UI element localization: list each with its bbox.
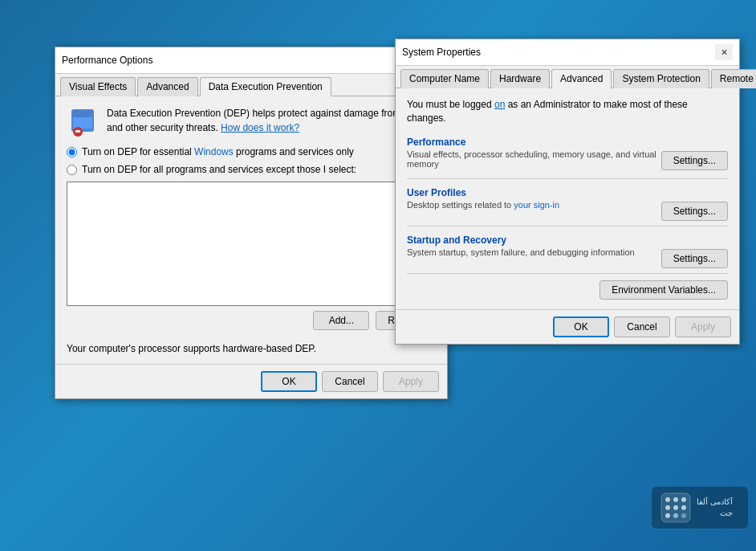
user-profiles-btn-wrapper: Settings... [661,186,728,221]
watermark-text: آکادمی آلفاجت [697,496,733,519]
tab-system-protection[interactable]: System Protection [613,69,709,88]
svg-point-8 [681,497,686,502]
sys-dialog-title: System Properties [402,47,481,58]
startup-recovery-desc: System startup, system failure, and debu… [407,247,635,257]
watermark: آکادمی آلفاجت [652,487,748,543]
sys-ok-button[interactable]: OK [553,316,609,337]
svg-point-12 [665,513,670,518]
dep-radio1-label: Turn on DEP for essential Windows progra… [82,146,354,157]
dep-add-button[interactable]: Add... [313,311,369,330]
env-var-row: Environment Variables... [407,280,728,300]
dep-radio1-group[interactable]: Turn on DEP for essential Windows progra… [67,146,436,157]
startup-recovery-section: Startup and Recovery System startup, sys… [407,233,728,274]
user-profiles-section: User Profiles Desktop settings related t… [407,186,728,227]
logon-link[interactable]: on [494,99,505,110]
svg-point-10 [673,505,678,510]
dep-radio2-label: Turn on DEP for all programs and service… [82,164,356,175]
admin-notice: You must be logged on as an Administrato… [407,98,728,125]
dep-radio1[interactable] [67,147,77,157]
dep-icon [67,106,99,138]
tab-computer-name[interactable]: Computer Name [400,69,489,88]
user-profiles-label: User Profiles [407,187,559,198]
perf-tab-bar: Visual Effects Advanced Data Execution P… [55,74,447,96]
watermark-box: آکادمی آلفاجت [652,487,748,529]
performance-section-text: Performance Visual effects, processor sc… [407,135,661,173]
performance-btn-wrapper: Settings... [661,135,728,170]
dep-description-row: Data Execution Prevention (DEP) helps pr… [67,106,436,138]
user-profiles-desc: Desktop settings related to your sign-in [407,200,559,210]
perf-btn-row: OK Cancel Apply [55,364,447,398]
performance-options-dialog: Performance Options ✕ Visual Effects Adv… [55,47,448,399]
svg-point-9 [665,505,670,510]
startup-recovery-btn-wrapper: Settings... [661,233,728,268]
performance-settings-button[interactable]: Settings... [661,151,728,170]
dep-content: Data Execution Prevention (DEP) helps pr… [55,96,447,364]
svg-point-11 [681,505,686,510]
dep-how-link[interactable]: How does it work? [221,122,299,133]
performance-label: Performance [407,137,661,148]
perf-title-bar: Performance Options ✕ [55,47,447,74]
tab-remote[interactable]: Remote [711,69,756,88]
performance-desc: Visual effects, processor scheduling, me… [407,149,661,169]
tab-sys-advanced[interactable]: Advanced [551,69,612,88]
dep-footer-note: Your computer's processor supports hardw… [67,343,436,354]
perf-apply-button[interactable]: Apply [383,371,439,392]
svg-point-14 [681,513,686,518]
environment-variables-button[interactable]: Environment Variables... [600,280,728,300]
perf-dialog-title: Performance Options [62,55,152,66]
performance-section: Performance Visual effects, processor sc… [407,135,728,179]
sys-title-bar: System Properties ✕ [396,39,739,66]
sys-btn-row: OK Cancel Apply [396,309,739,344]
user-profiles-settings-button[interactable]: Settings... [661,202,728,221]
svg-point-6 [665,497,670,502]
dep-radio2[interactable] [67,165,77,175]
perf-cancel-button[interactable]: Cancel [322,371,378,392]
system-properties-dialog: System Properties ✕ Computer Name Hardwa… [395,39,740,345]
startup-recovery-label: Startup and Recovery [407,235,635,246]
watermark-icon [660,492,692,524]
svg-point-13 [673,513,678,518]
dep-add-remove-row: Add... Remove [67,311,436,330]
dep-description-text: Data Execution Prevention (DEP) helps pr… [107,106,436,138]
svg-rect-2 [73,111,92,117]
svg-point-7 [673,497,678,502]
tab-visual-effects[interactable]: Visual Effects [60,77,136,96]
sys-close-button[interactable]: ✕ [715,44,733,60]
sys-tab-bar: Computer Name Hardware Advanced System P… [396,66,739,88]
dep-programs-listbox[interactable] [67,182,436,306]
sys-cancel-button[interactable]: Cancel [614,316,670,337]
tab-advanced[interactable]: Advanced [137,77,197,96]
startup-recovery-section-text: Startup and Recovery System startup, sys… [407,233,635,262]
dep-radio2-group[interactable]: Turn on DEP for all programs and service… [67,164,436,175]
tab-hardware[interactable]: Hardware [490,69,550,88]
user-profiles-section-text: User Profiles Desktop settings related t… [407,186,559,214]
sys-advanced-content: You must be logged on as an Administrato… [396,88,739,309]
tab-dep[interactable]: Data Execution Prevention [200,77,331,96]
startup-recovery-settings-button[interactable]: Settings... [661,249,728,268]
perf-ok-button[interactable]: OK [261,371,317,392]
sys-title-buttons: ✕ [715,44,733,60]
svg-rect-4 [75,130,80,133]
sys-apply-button[interactable]: Apply [675,316,731,337]
